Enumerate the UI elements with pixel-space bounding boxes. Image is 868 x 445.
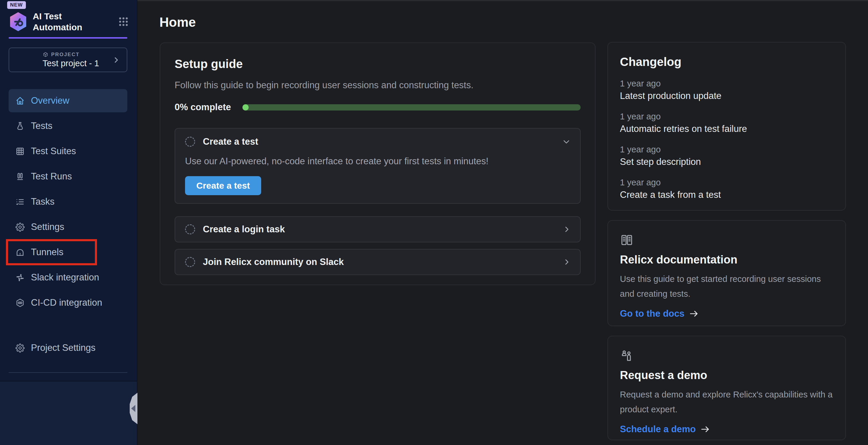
step-description: Use our AI-powered, no-code interface to… [185, 156, 571, 167]
changelog-time: 1 year ago [620, 178, 834, 187]
sidebar-item-test-suites[interactable]: Test Suites [9, 140, 127, 163]
changelog-time: 1 year ago [620, 145, 834, 154]
setup-guide-title: Setup guide [175, 57, 581, 71]
incomplete-step-icon [185, 257, 195, 267]
flask-icon [15, 121, 25, 131]
grid-icon [15, 146, 25, 156]
collapse-arrow-icon [131, 405, 135, 412]
sidebar-item-label: Test Runs [31, 171, 72, 182]
columns-icon [620, 233, 834, 247]
link-label: Go to the docs [620, 308, 684, 319]
sidebar-item-project-settings[interactable]: Project Settings [9, 336, 127, 360]
sidebar-nav: Overview Tests Test Suites [9, 89, 127, 316]
sidebar-item-tests[interactable]: Tests [9, 114, 127, 138]
setup-guide-description: Follow this guide to begin recording use… [175, 79, 581, 91]
changelog-entry[interactable]: 1 year ago Automatic retries on test fai… [620, 112, 834, 135]
progress-bar [242, 104, 581, 110]
changelog-card: Changelog 1 year ago Latest production u… [608, 42, 846, 211]
sidebar-item-label: Settings [31, 221, 64, 232]
gear-icon [15, 343, 25, 353]
gear-icon [15, 222, 25, 232]
sidebar-item-slack-integration[interactable]: Slack integration [9, 266, 127, 289]
setup-step-header[interactable]: Create a test [185, 136, 571, 147]
arrow-right-icon [689, 308, 699, 319]
step-title: Join Relicx community on Slack [203, 256, 344, 267]
changelog-entry-title: Latest production update [620, 90, 834, 102]
sidebar-item-cicd-integration[interactable]: CI-CD integration [9, 291, 127, 314]
step-title: Create a login task [203, 224, 285, 235]
sidebar-item-label: Test Suites [31, 146, 76, 157]
sidebar-item-label: Tests [31, 121, 52, 131]
app-title: AI Test Automation [33, 11, 94, 33]
step-title: Create a test [203, 136, 258, 147]
incomplete-step-icon [185, 137, 195, 147]
apps-grid-icon[interactable] [118, 16, 129, 27]
slack-icon [15, 273, 25, 282]
sidebar-item-label: Tunnels [31, 247, 63, 258]
tasks-icon [15, 197, 25, 207]
changelog-entry-title: Set step description [620, 156, 834, 168]
changelog-entry[interactable]: 1 year ago Create a task from a test [620, 178, 834, 201]
new-badge: NEW [7, 1, 26, 9]
sidebar-secondary-nav: Project Settings [9, 336, 127, 362]
sidebar: NEW AI Test Automation [0, 0, 137, 445]
project-label: PROJECT [51, 52, 80, 58]
schedule-demo-link[interactable]: Schedule a demo [620, 424, 711, 435]
progress-label: 0% complete [175, 102, 231, 112]
request-demo-card: Request a demo Request a demo and explor… [608, 336, 846, 440]
sidebar-divider [9, 372, 127, 373]
tunnel-icon [15, 247, 25, 257]
sidebar-item-label: Slack integration [31, 272, 99, 283]
sidebar-bottom-bar: ? Help AU admin user [0, 381, 137, 445]
request-demo-description: Request a demo and explore Relicx's capa… [620, 387, 834, 417]
sidebar-item-settings[interactable]: Settings [9, 215, 127, 239]
changelog-title: Changelog [620, 55, 834, 69]
chevron-right-icon [562, 258, 571, 267]
incomplete-step-icon [185, 224, 195, 234]
setup-step-create-login-task[interactable]: Create a login task [175, 216, 581, 242]
people-icon [620, 349, 834, 363]
sidebar-item-label: CI-CD integration [31, 297, 102, 308]
changelog-time: 1 year ago [620, 112, 834, 121]
sidebar-item-test-runs[interactable]: Test Runs [9, 165, 127, 188]
changelog-entry-title: Automatic retries on test failure [620, 123, 834, 135]
cicd-icon [15, 298, 25, 308]
page-title: Home [159, 15, 196, 30]
app-screen: NEW AI Test Automation [0, 0, 868, 445]
changelog-entry[interactable]: 1 year ago Latest production update [620, 79, 834, 102]
setup-progress: 0% complete [175, 102, 581, 112]
project-selector[interactable]: PROJECT Test project - 1 [9, 47, 127, 72]
sidebar-item-label: Project Settings [31, 343, 95, 353]
request-demo-title: Request a demo [620, 369, 834, 382]
setup-step-create-test: Create a test Use our AI-powered, no-cod… [175, 128, 581, 204]
link-label: Schedule a demo [620, 424, 696, 435]
changelog-entry[interactable]: 1 year ago Set step description [620, 145, 834, 168]
documentation-card: Relicx documentation Use this guide to g… [608, 220, 846, 326]
test-runs-icon [15, 172, 25, 181]
create-test-button[interactable]: Create a test [185, 176, 261, 195]
sidebar-item-tunnels[interactable]: Tunnels [9, 241, 127, 264]
documentation-title: Relicx documentation [620, 253, 834, 266]
app-logo-icon [9, 11, 27, 32]
changelog-entry-title: Create a task from a test [620, 189, 834, 201]
app-logo-row: AI Test Automation [9, 11, 129, 33]
documentation-description: Use this guide to get started recording … [620, 272, 834, 301]
box-icon [42, 52, 49, 58]
brand-divider [9, 37, 127, 39]
sidebar-item-tasks[interactable]: Tasks [9, 190, 127, 213]
progress-indicator-dot [242, 104, 249, 110]
chevron-down-icon [562, 137, 571, 146]
chevron-right-icon [562, 225, 571, 234]
sidebar-item-label: Tasks [31, 196, 55, 207]
home-icon [15, 96, 25, 106]
chevron-right-icon [112, 56, 121, 65]
setup-guide-card: Setup guide Follow this guide to begin r… [160, 42, 595, 285]
go-to-docs-link[interactable]: Go to the docs [620, 308, 699, 319]
changelog-time: 1 year ago [620, 79, 834, 88]
setup-step-join-slack[interactable]: Join Relicx community on Slack [175, 249, 581, 275]
sidebar-item-label: Overview [31, 95, 69, 106]
project-name: Test project - 1 [42, 59, 99, 68]
arrow-right-icon [700, 424, 711, 435]
sidebar-item-overview[interactable]: Overview [9, 89, 127, 112]
